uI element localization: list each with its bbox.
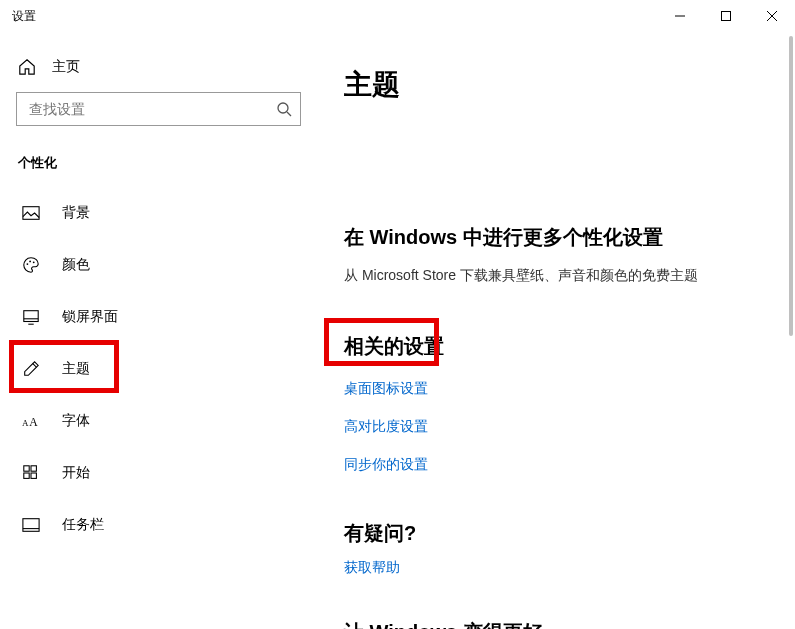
question-heading: 有疑问? bbox=[344, 520, 771, 547]
settings-window: 设置 主页 bbox=[0, 0, 795, 629]
window-title: 设置 bbox=[12, 8, 36, 25]
home-label: 主页 bbox=[52, 58, 80, 76]
search-box[interactable] bbox=[16, 92, 301, 126]
sidebar-item-label: 锁屏界面 bbox=[62, 308, 118, 326]
sidebar-item-label: 主题 bbox=[62, 360, 90, 378]
window-controls bbox=[657, 0, 795, 32]
sidebar-item-label: 开始 bbox=[62, 464, 90, 482]
sidebar-item-label: 背景 bbox=[62, 204, 90, 222]
svg-point-9 bbox=[33, 261, 35, 263]
background-icon bbox=[22, 204, 40, 222]
svg-text:A: A bbox=[29, 416, 38, 429]
svg-text:A: A bbox=[22, 418, 29, 428]
sidebar-item-fonts[interactable]: A A 字体 bbox=[16, 402, 304, 440]
search-icon bbox=[276, 101, 292, 117]
close-button[interactable] bbox=[749, 0, 795, 32]
more-personalization-heading: 在 Windows 中进行更多个性化设置 bbox=[344, 224, 771, 251]
maximize-button[interactable] bbox=[703, 0, 749, 32]
home-icon bbox=[18, 58, 36, 76]
sidebar-item-taskbar[interactable]: 任务栏 bbox=[16, 506, 304, 544]
svg-rect-10 bbox=[24, 311, 38, 322]
titlebar: 设置 bbox=[0, 0, 795, 32]
svg-point-8 bbox=[29, 261, 31, 263]
sidebar-item-colors[interactable]: 颜色 bbox=[16, 246, 304, 284]
font-icon: A A bbox=[22, 412, 40, 430]
maximize-icon bbox=[721, 11, 731, 21]
svg-rect-17 bbox=[24, 473, 29, 478]
palette-icon bbox=[22, 256, 40, 274]
main-content: 主题 在 Windows 中进行更多个性化设置 从 Microsoft Stor… bbox=[320, 32, 795, 629]
svg-line-5 bbox=[287, 112, 291, 116]
sidebar-item-themes[interactable]: 主题 bbox=[16, 350, 304, 388]
themes-icon bbox=[22, 360, 40, 378]
body: 主页 个性化 背景 bbox=[0, 32, 795, 629]
sidebar-item-label: 字体 bbox=[62, 412, 90, 430]
svg-point-7 bbox=[27, 263, 29, 265]
home-link[interactable]: 主页 bbox=[16, 52, 304, 92]
link-sync-settings[interactable]: 同步你的设置 bbox=[344, 456, 771, 474]
link-high-contrast-settings[interactable]: 高对比度设置 bbox=[344, 418, 771, 436]
taskbar-icon bbox=[22, 516, 40, 534]
search-input[interactable] bbox=[27, 100, 276, 118]
sidebar-item-start[interactable]: 开始 bbox=[16, 454, 304, 492]
link-get-help[interactable]: 获取帮助 bbox=[344, 559, 771, 577]
svg-rect-1 bbox=[722, 12, 731, 21]
close-icon bbox=[767, 11, 777, 21]
more-personalization-sub: 从 Microsoft Store 下载兼具壁纸、声音和颜色的免费主题 bbox=[344, 267, 771, 285]
sidebar-item-lockscreen[interactable]: 锁屏界面 bbox=[16, 298, 304, 336]
related-settings-heading: 相关的设置 bbox=[344, 333, 771, 360]
lockscreen-icon bbox=[22, 308, 40, 326]
section-label: 个性化 bbox=[16, 154, 304, 172]
minimize-icon bbox=[675, 11, 685, 21]
svg-rect-16 bbox=[31, 466, 36, 471]
minimize-button[interactable] bbox=[657, 0, 703, 32]
better-heading: 让 Windows 变得更好 bbox=[344, 619, 771, 629]
svg-rect-15 bbox=[24, 466, 29, 471]
svg-rect-19 bbox=[23, 519, 39, 532]
sidebar-item-label: 任务栏 bbox=[62, 516, 104, 534]
page-title: 主题 bbox=[344, 66, 771, 104]
start-icon bbox=[22, 464, 40, 482]
link-desktop-icon-settings[interactable]: 桌面图标设置 bbox=[344, 380, 771, 398]
scrollbar[interactable] bbox=[789, 36, 793, 336]
svg-rect-18 bbox=[31, 473, 36, 478]
sidebar-item-label: 颜色 bbox=[62, 256, 90, 274]
sidebar-item-background[interactable]: 背景 bbox=[16, 194, 304, 232]
sidebar: 主页 个性化 背景 bbox=[0, 32, 320, 629]
svg-rect-6 bbox=[23, 207, 39, 220]
svg-point-4 bbox=[278, 103, 288, 113]
